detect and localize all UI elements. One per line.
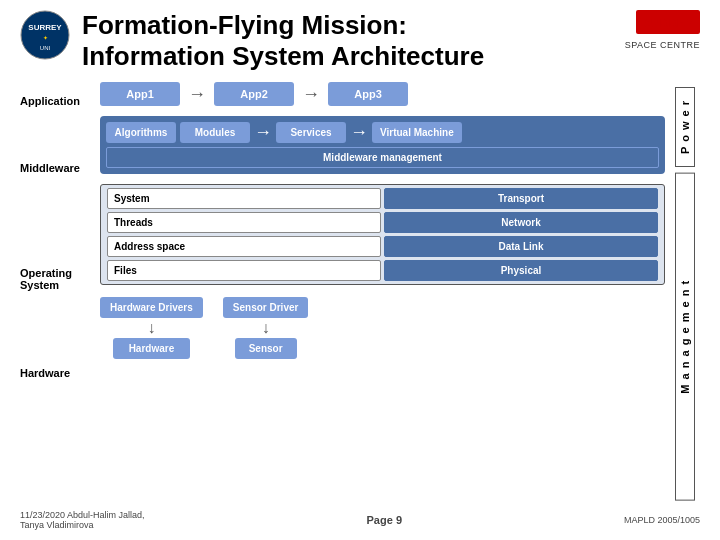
hw-drivers-col: Hardware Drivers ↓ Hardware [100,297,203,359]
services-box: Services [276,122,346,143]
algorithms-box: Algorithms [106,122,176,143]
os-threads: Threads [107,212,381,233]
main-content: Application Middleware Operating System … [20,82,700,506]
app1-box: App1 [100,82,180,106]
hw-box: Hardware [113,338,191,359]
surrey-logo-area: SURREY SPACE CENTRE [570,10,700,52]
arrow-services-vm: → [350,122,368,143]
sensor-driver-box: Sensor Driver [223,297,309,318]
arrow-app2-app3: → [302,84,320,105]
middleware-management-label: Middleware management [106,147,659,168]
virtual-machine-box: Virtual Machine [372,122,462,143]
modules-box: Modules [180,122,250,143]
label-os: Operating System [20,212,95,332]
application-row: App1 → App2 → App3 [100,82,665,106]
os-data-link: Data Link [384,236,658,257]
arrow-app1-app2: → [188,84,206,105]
label-hardware: Hardware [20,332,95,392]
os-files: Files [107,260,381,281]
footer: 11/23/2020 Abdul-Halim Jallad, Tanya Vla… [20,510,700,530]
footer-mapld: MAPLD 2005/1005 [624,515,700,525]
os-address-space: Address space [107,236,381,257]
surrey-logo-sub: SPACE CENTRE [625,40,700,50]
svg-text:UNI: UNI [40,45,51,51]
page-title: Formation-Flying Mission: Information Sy… [82,10,558,72]
diagram-area: App1 → App2 → App3 Algorithms Modules → … [95,82,670,506]
management-label: M a n a g e m e n t [675,173,695,501]
arrow-hw-down: ↓ [147,320,155,336]
power-label: P o w e r [675,87,695,167]
arrow-sensor-down: ↓ [262,320,270,336]
os-system: System [107,188,381,209]
middleware-top-row: Algorithms Modules → Services → Virtual … [106,122,659,143]
os-physical: Physical [384,260,658,281]
app3-box: App3 [328,82,408,106]
logo-left: SURREY ✦ UNI [20,10,70,60]
page-number: Page 9 [367,514,402,526]
os-section: System Transport Threads Network Address… [100,184,665,285]
os-transport: Transport [384,188,658,209]
label-middleware: Middleware [20,132,95,212]
hardware-top-row: Hardware Drivers ↓ Hardware Sensor Drive… [100,297,665,359]
svg-text:SURREY: SURREY [28,23,62,32]
middleware-section: Algorithms Modules → Services → Virtual … [100,116,665,174]
title-area: Formation-Flying Mission: Information Sy… [82,10,558,72]
sensor-box: Sensor [235,338,297,359]
layer-labels: Application Middleware Operating System … [20,82,95,506]
hardware-section: Hardware Drivers ↓ Hardware Sensor Drive… [100,297,665,359]
hw-drivers-box: Hardware Drivers [100,297,203,318]
app2-box: App2 [214,82,294,106]
os-network: Network [384,212,658,233]
arrow-modules-services: → [254,122,272,143]
right-labels: P o w e r M a n a g e m e n t [670,82,700,506]
surrey-logo-text: SURREY [642,17,694,29]
page: SURREY ✦ UNI Formation-Flying Mission: I… [0,0,720,540]
sensor-drivers-col: Sensor Driver ↓ Sensor [223,297,309,359]
label-application: Application [20,87,95,132]
footer-author: 11/23/2020 Abdul-Halim Jallad, Tanya Vla… [20,510,145,530]
svg-text:✦: ✦ [43,35,48,41]
os-grid: System Transport Threads Network Address… [107,188,658,281]
header: SURREY ✦ UNI Formation-Flying Mission: I… [20,10,700,72]
